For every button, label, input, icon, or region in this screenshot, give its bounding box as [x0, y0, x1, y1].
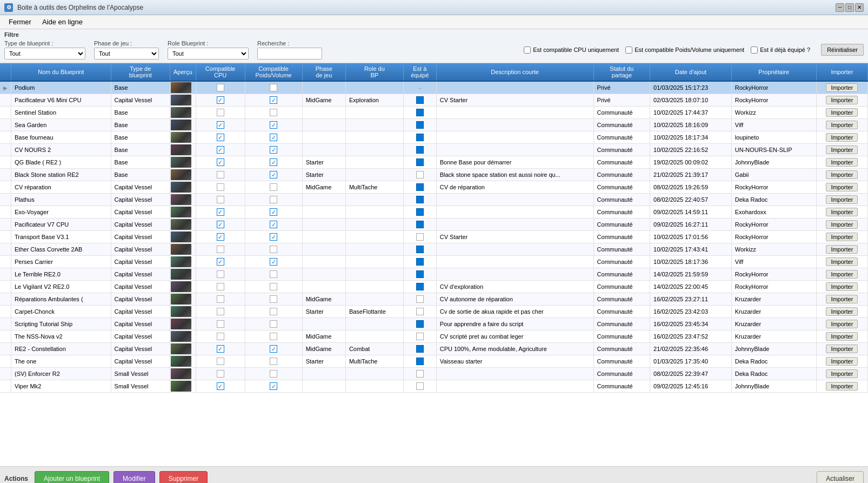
- refresh-button[interactable]: Actualiser: [817, 471, 864, 484]
- table-row[interactable]: Exo-VoyagerCapital Vessel✓✓Communauté09/…: [0, 206, 868, 219]
- importer-button[interactable]: Importer: [826, 158, 858, 167]
- row-equipe[interactable]: [403, 318, 436, 330]
- table-row[interactable]: Viper Mk2Small Vessel✓✓Communauté09/02/2…: [0, 380, 868, 393]
- row-cpu[interactable]: [196, 368, 245, 380]
- table-row[interactable]: The NSS-Nova v2Capital VesselMidGameCV s…: [0, 330, 868, 343]
- row-equipe[interactable]: [403, 231, 436, 243]
- table-row[interactable]: Pacificateur V6 Mini CPUCapital Vessel✓✓…: [0, 94, 868, 107]
- row-importer[interactable]: Importer: [816, 380, 867, 393]
- table-row[interactable]: CV NOURS 2Base✓✓Communauté10/02/2025 22:…: [0, 144, 868, 156]
- row-importer[interactable]: Importer: [816, 194, 867, 206]
- row-poids[interactable]: [245, 293, 302, 306]
- table-row[interactable]: Black Stone station RE2Base✓StarterBlack…: [0, 169, 868, 181]
- row-cpu[interactable]: ✓: [196, 219, 245, 231]
- table-row[interactable]: Sentinel StationBaseCommunauté10/02/2025…: [0, 107, 868, 119]
- row-importer[interactable]: Importer: [816, 293, 867, 306]
- row-equipe[interactable]: [403, 206, 436, 219]
- row-equipe[interactable]: [403, 119, 436, 131]
- row-cpu[interactable]: [196, 181, 245, 194]
- row-equipe[interactable]: [403, 144, 436, 156]
- importer-button[interactable]: Importer: [826, 195, 858, 204]
- row-importer[interactable]: Importer: [816, 156, 867, 169]
- importer-button[interactable]: Importer: [826, 133, 858, 142]
- importer-button[interactable]: Importer: [826, 257, 858, 266]
- row-poids[interactable]: [245, 268, 302, 281]
- row-importer[interactable]: Importer: [816, 368, 867, 380]
- row-cpu[interactable]: ✓: [196, 144, 245, 156]
- row-importer[interactable]: Importer: [816, 81, 867, 94]
- table-row[interactable]: The oneCapital VesselStarterMultiTacheVa…: [0, 355, 868, 368]
- row-poids[interactable]: ✓: [245, 169, 302, 181]
- row-importer[interactable]: Importer: [816, 330, 867, 343]
- row-importer[interactable]: Importer: [816, 281, 867, 293]
- col-poids[interactable]: CompatiblePoids/Volume: [245, 63, 302, 81]
- row-importer[interactable]: Importer: [816, 318, 867, 330]
- table-row[interactable]: Sea GardenBase✓✓Communauté10/02/2025 18:…: [0, 119, 868, 131]
- row-equipe[interactable]: [403, 131, 436, 144]
- row-equipe[interactable]: [403, 194, 436, 206]
- table-row[interactable]: ▶PodiumBase-Privé01/03/2025 15:17:23Rock…: [0, 81, 868, 94]
- row-poids[interactable]: [245, 330, 302, 343]
- table-row[interactable]: Transport Base V3.1Capital Vessel✓✓CV St…: [0, 231, 868, 243]
- row-cpu[interactable]: [196, 194, 245, 206]
- row-cpu[interactable]: [196, 318, 245, 330]
- row-importer[interactable]: Importer: [816, 231, 867, 243]
- col-importer[interactable]: Importer: [816, 63, 867, 81]
- importer-button[interactable]: Importer: [826, 96, 858, 104]
- importer-button[interactable]: Importer: [826, 357, 858, 366]
- row-poids[interactable]: [245, 306, 302, 318]
- row-poids[interactable]: [245, 318, 302, 330]
- row-cpu[interactable]: [196, 243, 245, 256]
- importer-button[interactable]: Importer: [826, 307, 858, 316]
- importer-button[interactable]: Importer: [826, 208, 858, 216]
- table-row[interactable]: (SV) Enforcer R2Small VesselCommunauté08…: [0, 368, 868, 380]
- row-importer[interactable]: Importer: [816, 306, 867, 318]
- row-importer[interactable]: Importer: [816, 181, 867, 194]
- row-poids[interactable]: [245, 194, 302, 206]
- cpu-checkbox[interactable]: [524, 47, 531, 54]
- col-phase[interactable]: Phasede jeu: [302, 63, 345, 81]
- recherche-input[interactable]: [257, 48, 322, 59]
- row-cpu[interactable]: ✓: [196, 94, 245, 107]
- row-equipe[interactable]: [403, 268, 436, 281]
- importer-button[interactable]: Importer: [826, 170, 858, 179]
- importer-button[interactable]: Importer: [826, 83, 858, 92]
- row-importer[interactable]: Importer: [816, 107, 867, 119]
- row-importer[interactable]: Importer: [816, 119, 867, 131]
- importer-button[interactable]: Importer: [826, 345, 858, 353]
- row-cpu[interactable]: ✓: [196, 131, 245, 144]
- table-row[interactable]: Scripting Tutorial ShipCapital VesselPou…: [0, 318, 868, 330]
- row-poids[interactable]: ✓: [245, 206, 302, 219]
- col-type[interactable]: Type deblueprint: [111, 63, 170, 81]
- edit-button[interactable]: Modifier: [113, 471, 155, 484]
- importer-button[interactable]: Importer: [826, 332, 858, 341]
- equipe-checkbox[interactable]: [751, 47, 758, 54]
- table-row[interactable]: Pacificateur V7 CPUCapital Vessel✓✓Commu…: [0, 219, 868, 231]
- table-row[interactable]: Perses CarrierCapital Vessel✓✓Communauté…: [0, 256, 868, 268]
- table-row[interactable]: Réparations Ambulantes (Capital VesselMi…: [0, 293, 868, 306]
- type-blueprint-select[interactable]: Tout: [4, 48, 85, 59]
- table-row[interactable]: RE2 - ConstellationCapital Vessel✓✓MidGa…: [0, 343, 868, 355]
- col-owner[interactable]: Propriétaire: [731, 63, 816, 81]
- row-importer[interactable]: Importer: [816, 355, 867, 368]
- col-equipe[interactable]: Est àéquipé: [403, 63, 436, 81]
- close-button[interactable]: ✕: [855, 3, 864, 12]
- row-cpu[interactable]: [196, 268, 245, 281]
- row-importer[interactable]: Importer: [816, 94, 867, 107]
- row-poids[interactable]: ✓: [245, 219, 302, 231]
- menu-aide[interactable]: Aide en ligne: [38, 17, 87, 27]
- row-importer[interactable]: Importer: [816, 219, 867, 231]
- row-equipe[interactable]: [403, 156, 436, 169]
- importer-button[interactable]: Importer: [826, 382, 858, 391]
- row-equipe[interactable]: [403, 281, 436, 293]
- row-cpu[interactable]: [196, 330, 245, 343]
- col-name[interactable]: Nom du Blueprint: [11, 63, 111, 81]
- row-cpu[interactable]: ✓: [196, 380, 245, 393]
- importer-button[interactable]: Importer: [826, 108, 858, 117]
- row-cpu[interactable]: ✓: [196, 231, 245, 243]
- table-row[interactable]: Ether Class Corvette 2ABCapital VesselCo…: [0, 243, 868, 256]
- row-poids[interactable]: ✓: [245, 94, 302, 107]
- row-poids[interactable]: [245, 181, 302, 194]
- table-row[interactable]: PlathusCapital VesselCommunauté08/02/202…: [0, 194, 868, 206]
- row-cpu[interactable]: [196, 293, 245, 306]
